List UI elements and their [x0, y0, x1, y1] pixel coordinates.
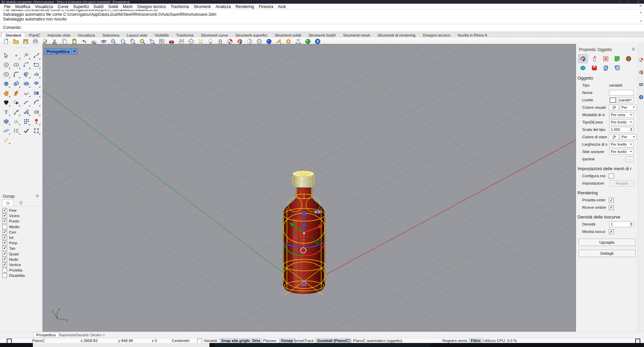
status-y-848-98[interactable]: y 848.98: [118, 338, 133, 343]
trim-tool-button[interactable]: [22, 89, 31, 97]
tab-layout-viste[interactable]: Layout viste: [123, 33, 151, 38]
tab-strumenti-superfici[interactable]: Strumenti superfici: [232, 33, 271, 38]
attribute-user-text-tab[interactable]: [612, 63, 622, 72]
polyline-tool-button[interactable]: [22, 51, 31, 60]
viewport-perspective[interactable]: Prospettica x y z: [43, 44, 576, 332]
osnap-checkbox-quad[interactable]: ✓: [2, 252, 7, 256]
gear-icon[interactable]: [35, 194, 40, 199]
arc-tool-button[interactable]: [22, 61, 31, 69]
spinner-arrows-icon[interactable]: [629, 222, 633, 227]
surface-corner-points-tool-button[interactable]: [22, 70, 31, 79]
menu-analizza[interactable]: Analizza: [213, 4, 233, 9]
boolean-union-tool-button[interactable]: [2, 98, 10, 107]
select-tool-button[interactable]: [2, 51, 10, 60]
prop-dropdown-larghezza-di-s[interactable]: Per livello: [609, 142, 634, 147]
dettagli-button[interactable]: Dettagli: [579, 250, 636, 257]
tab-standard[interactable]: Standard: [1, 32, 25, 38]
curve-tool-button[interactable]: [32, 51, 41, 60]
menu-mesh[interactable]: Mesh: [120, 4, 135, 9]
object-properties-tab[interactable]: [578, 54, 588, 63]
viewport-title-label[interactable]: Prospettica: [44, 48, 77, 55]
prop-button-iperlink[interactable]: ...: [626, 156, 634, 162]
decals-tab[interactable]: [612, 54, 622, 63]
osnap-checkbox-medio[interactable]: [2, 225, 7, 229]
prop-dropdown-stile-sezione[interactable]: Per livello: [609, 149, 634, 155]
osnap-checkbox-fine[interactable]: ✓: [2, 208, 7, 213]
osnap-checkbox-tan[interactable]: ✓: [2, 246, 7, 251]
osnap-checkbox-perp[interactable]: ✓: [2, 241, 7, 245]
status-toggle-osnap[interactable]: Osnap: [279, 338, 295, 343]
close-icon[interactable]: ✕: [637, 0, 639, 4]
prop-checkbox-proietta-ombr[interactable]: ✓: [609, 198, 614, 203]
command-prompt[interactable]: Comando:: [0, 24, 644, 32]
texture-tab[interactable]: [624, 54, 633, 63]
menu-finestra[interactable]: Finestra: [256, 4, 276, 9]
display-color-icon[interactable]: [609, 105, 619, 110]
status-toggle-smarttrack[interactable]: SmartTrack: [294, 338, 314, 343]
menu-file[interactable]: File: [2, 4, 13, 9]
menu-disegno-tecnico[interactable]: Disegno tecnico: [135, 4, 168, 9]
section-tool-button[interactable]: [32, 117, 41, 126]
monitor-tab[interactable]: [639, 82, 644, 89]
rectangular-array-tool-button[interactable]: [22, 117, 31, 126]
menu-strumenti[interactable]: Strumenti: [191, 4, 213, 9]
bottle-3d-model[interactable]: [276, 164, 343, 302]
osnap-checkbox-proietta[interactable]: [2, 268, 7, 272]
osnap-snaps-tab[interactable]: [2, 200, 13, 206]
osnap-checkbox-nodo[interactable]: ✓: [2, 257, 7, 262]
displacement-tab[interactable]: [601, 63, 610, 72]
status-pianoc[interactable]: PianoC: [32, 338, 45, 343]
tab-strumenti-curve[interactable]: Strumenti curve: [197, 33, 232, 38]
osnap-checkbox-punto[interactable]: ✓: [2, 219, 7, 224]
text-tool-button[interactable]: T: [2, 108, 10, 116]
align-tool-button[interactable]: [12, 127, 20, 135]
adjustable-arc-tool-button[interactable]: [32, 98, 41, 107]
prop-checkbox-mostra-isocur[interactable]: ✓: [609, 229, 614, 234]
tab-pianic[interactable]: PianiC: [25, 33, 44, 38]
menu-solidi[interactable]: Solidi: [106, 4, 120, 9]
prop-dropdown-tipodilinea[interactable]: Per livello: [609, 119, 634, 125]
prop-dropdown-colore-visuali[interactable]: Per: [620, 105, 637, 110]
fillet-curves-tool-button[interactable]: [12, 70, 20, 79]
menu-aiuti[interactable]: Aiuti: [276, 4, 288, 9]
prop-dropdown-modalit-di-vi[interactable]: Per vista: [609, 112, 634, 118]
polygon-tool-button[interactable]: [2, 70, 10, 79]
blend-curves-tool-button[interactable]: [22, 98, 31, 107]
osnap-checkbox-disabilita[interactable]: [2, 273, 7, 278]
status-toggle-filtro[interactable]: Filtro: [468, 338, 483, 343]
tab-strumenti-mesh[interactable]: Strumenti mesh: [339, 33, 374, 38]
edge-softening-tab[interactable]: [590, 63, 599, 72]
viewport-tab-prospettica[interactable]: Prospettica: [33, 332, 59, 338]
scroll-up-icon[interactable]: [640, 11, 642, 13]
cage-edit-tool-button[interactable]: [32, 127, 41, 135]
move-tool-button[interactable]: [12, 108, 20, 116]
menu-scroll-icon[interactable]: [639, 5, 642, 6]
texture-mapping-tab[interactable]: [601, 54, 610, 63]
tab-disegno-tecnico[interactable]: Disegno tecnico: [419, 33, 454, 38]
menu-visualizza[interactable]: Visualizza: [33, 4, 55, 9]
tab-visibilit[interactable]: Visibilità: [151, 33, 172, 38]
solid-edit-tool-button[interactable]: [2, 117, 10, 126]
status-z-0[interactable]: z 0: [152, 338, 157, 343]
sphere-tool-button[interactable]: [12, 80, 20, 88]
box-tool-button[interactable]: [2, 80, 10, 88]
display-tab[interactable]: [639, 70, 644, 76]
status-toggle-snap-alla-griglia[interactable]: Snap alla griglia: [219, 338, 253, 343]
prop-spinner-densit[interactable]: 1: [609, 221, 634, 227]
menu-superfici[interactable]: Superfici: [71, 4, 91, 9]
status-x-2858-83[interactable]: x 2858.83: [81, 338, 98, 343]
menu-curve[interactable]: Curve: [55, 4, 71, 9]
maximize-icon[interactable]: □: [628, 0, 630, 4]
split-tool-button[interactable]: [32, 89, 41, 97]
plane-surface-tool-button[interactable]: [2, 127, 10, 135]
tab-seleziona[interactable]: Seleziona: [99, 33, 123, 38]
curved-surface-tool-button[interactable]: [32, 70, 41, 79]
menu-rendering[interactable]: Rendering: [233, 4, 256, 9]
prop-checkbox-riceve-ombre[interactable]: ✓: [609, 205, 614, 210]
boolean-difference-tool-button[interactable]: [12, 98, 20, 107]
copy-objects-tool-button[interactable]: [22, 108, 31, 116]
tab-imposta-vista[interactable]: Imposta vista: [44, 33, 74, 38]
tab-strumenti-solidi[interactable]: Strumenti solidi: [271, 33, 305, 38]
explode-tool-button[interactable]: [2, 89, 10, 97]
smash-tool-button[interactable]: [12, 89, 20, 97]
